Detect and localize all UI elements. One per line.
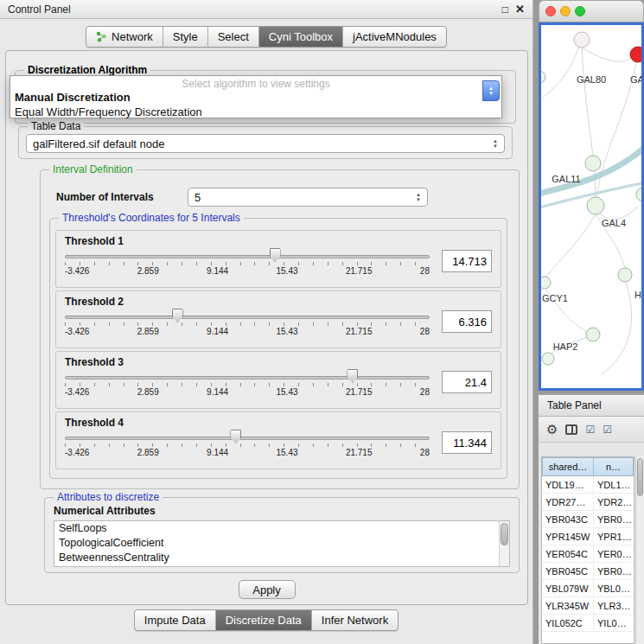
slider-thumb[interactable] — [347, 369, 358, 383]
table-cell[interactable]: YDL1… — [594, 476, 634, 493]
table-cell[interactable]: YLR3… — [594, 597, 634, 614]
table-cell[interactable]: YER054C — [542, 545, 594, 562]
tab-jactivemnodules[interactable]: jActiveMNodules — [343, 27, 446, 47]
columns-icon[interactable] — [565, 424, 577, 435]
close-icon[interactable]: ✕ — [515, 4, 525, 15]
table-cell[interactable]: YIL0… — [594, 615, 634, 631]
table-scrollbar[interactable] — [635, 456, 644, 644]
table-cell[interactable]: YBR043C — [542, 511, 594, 527]
tab-impute-data[interactable]: Impute Data — [135, 610, 216, 630]
node-hap2[interactable] — [586, 328, 600, 341]
threshold-3-value-input[interactable] — [442, 371, 492, 393]
table-row[interactable]: YBL079W YBL0… — [542, 580, 634, 597]
threshold-1-slider[interactable]: -3.426 2.859 9.144 15.43 21.715 28 — [65, 248, 430, 277]
attributes-scrollbar[interactable] — [499, 521, 509, 566]
list-item[interactable]: TopologicalCoefficient — [54, 536, 509, 551]
table-row[interactable]: YLR345W YLR3… — [542, 597, 634, 615]
slider-track[interactable] — [65, 437, 430, 440]
table-row[interactable]: YER054C YER0… — [542, 545, 634, 563]
node[interactable] — [618, 268, 632, 282]
table-cell[interactable]: YPR145W — [542, 528, 594, 545]
threshold-2-value-input[interactable] — [442, 310, 492, 333]
tab-infer-network[interactable]: Infer Network — [312, 610, 398, 630]
threshold-4-value-input[interactable] — [442, 431, 492, 454]
scale-label: 28 — [420, 266, 430, 276]
slider-thumb[interactable] — [172, 309, 183, 322]
minimize-traffic-light-icon[interactable] — [560, 6, 571, 16]
table-row[interactable]: YPR145W YPR1… — [542, 528, 634, 545]
table-data-label: Table Data — [28, 120, 84, 132]
threshold-4-slider[interactable]: -3.426 2.859 9.144 15.43 21.715 28 — [65, 430, 430, 459]
tab-discretize-data[interactable]: Discretize Data — [216, 610, 312, 630]
scale-label: 9.144 — [207, 387, 228, 397]
threshold-1-value-input[interactable] — [442, 250, 492, 272]
scale-label: 9.144 — [207, 448, 228, 457]
tab-select[interactable]: Select — [208, 27, 259, 47]
node-gal80[interactable] — [574, 32, 590, 48]
gear-icon[interactable]: ⚙ — [546, 423, 558, 436]
table-cell[interactable]: YLR345W — [542, 597, 594, 614]
list-item[interactable]: SelfLoops — [54, 521, 509, 536]
table-cell[interactable]: YDR27… — [542, 494, 594, 510]
scale-label: 21.715 — [346, 387, 373, 397]
apply-button[interactable]: Apply — [239, 580, 296, 599]
slider-track[interactable] — [65, 255, 430, 258]
attributes-group: Attributes to discretize Numerical Attri… — [44, 497, 520, 573]
table-row[interactable]: YDR27… YDR2… — [542, 494, 634, 511]
threshold-2-slider[interactable]: -3.426 2.859 9.144 15.43 21.715 28 — [65, 309, 430, 338]
table-row[interactable]: YDL19… YDL1… — [542, 476, 634, 494]
node-selected-red[interactable] — [630, 47, 641, 62]
list-item[interactable]: BetweennessCentrality — [54, 551, 509, 565]
tab-discretize-data-label: Discretize Data — [226, 614, 302, 627]
table-cell[interactable]: YBR0… — [594, 563, 634, 579]
threshold-3-slider[interactable]: -3.426 2.859 9.144 15.43 21.715 28 — [65, 369, 430, 399]
column-header-name[interactable]: n… — [594, 457, 634, 476]
table-row[interactable]: YIL052C YIL0… — [542, 615, 634, 632]
node-gal4[interactable] — [587, 197, 604, 214]
scale-label: 15.43 — [277, 387, 298, 397]
table-cell[interactable]: YBR045C — [542, 563, 594, 579]
node-gal11[interactable] — [585, 156, 601, 171]
node[interactable] — [542, 353, 554, 365]
close-traffic-light-icon[interactable] — [545, 6, 556, 16]
scrollbar-thumb[interactable] — [637, 458, 643, 496]
network-canvas[interactable]: GAL80 GA GAL11 GAL4 GCY1 H HAP2 — [541, 25, 641, 388]
network-window-titlebar[interactable] — [539, 0, 644, 22]
node[interactable] — [636, 188, 641, 201]
slider-track[interactable] — [65, 376, 430, 379]
table-cell[interactable]: YBL079W — [542, 580, 594, 596]
table-data-combobox[interactable]: galFiltered.sif default node ▲▼ — [26, 134, 505, 153]
tab-network[interactable]: Network — [86, 27, 163, 47]
network-tab-icon — [96, 31, 107, 42]
table-cell[interactable]: YIL052C — [542, 615, 594, 631]
table-cell[interactable]: YDL19… — [542, 476, 594, 493]
zoom-traffic-light-icon[interactable] — [575, 6, 585, 16]
algorithm-option-equal-width[interactable]: Equal Width/Frequency Discretization — [10, 105, 501, 119]
tab-style[interactable]: Style — [163, 27, 208, 47]
column-header-shared-name[interactable]: shared… — [542, 457, 594, 476]
tab-cyni-toolbox[interactable]: Cyni Toolbox — [259, 27, 343, 47]
table-cell[interactable]: YPR1… — [594, 528, 634, 545]
number-of-intervals-combobox[interactable]: 5 ▲▼ — [188, 188, 428, 207]
algorithm-dropdown-popup: Select algorithm to view settings Manual… — [10, 75, 502, 118]
scale-label: -3.426 — [65, 327, 89, 336]
node[interactable] — [541, 71, 545, 83]
scale-label: -3.426 — [65, 387, 89, 397]
algorithm-option-manual[interactable]: Manual Discretization — [10, 90, 501, 105]
float-window-icon[interactable]: □ — [502, 4, 508, 15]
select-all-icon[interactable]: ☑ — [585, 424, 595, 435]
algorithm-combo-arrow-button[interactable]: ▲ ▼ — [482, 80, 500, 101]
slider-thumb[interactable] — [270, 248, 281, 262]
slider-track[interactable] — [65, 316, 430, 319]
table-cell[interactable]: YER0… — [594, 545, 634, 562]
node-label: GCY1 — [542, 293, 568, 303]
table-row[interactable]: YBR045C YBR0… — [542, 563, 634, 580]
table-cell[interactable]: YDR2… — [594, 494, 634, 510]
table-cell[interactable]: YBL0… — [594, 580, 634, 596]
slider-thumb[interactable] — [230, 430, 241, 443]
select-none-icon[interactable]: ☑ — [603, 424, 612, 435]
node-gcy1[interactable] — [541, 277, 551, 289]
table-cell[interactable]: YBR0… — [594, 511, 634, 527]
table-row[interactable]: YBR043C YBR0… — [542, 511, 634, 528]
scrollbar-thumb[interactable] — [501, 523, 508, 545]
